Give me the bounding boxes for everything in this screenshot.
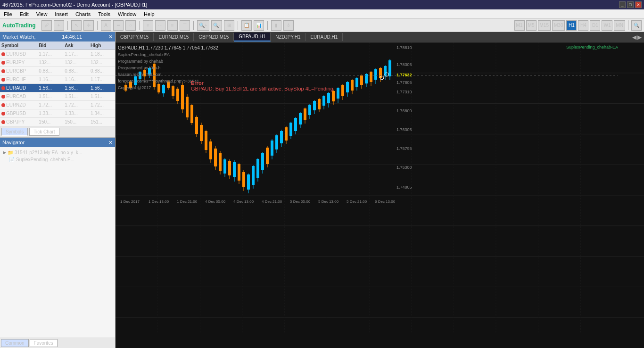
toolbar-gann[interactable]: ⌒ [180, 20, 190, 31]
svg-text:5 Dec 13:00: 5 Dec 13:00 [318, 199, 339, 204]
toolbar-sep-5 [238, 21, 238, 30]
svg-text:1.78305: 1.78305 [396, 62, 412, 67]
market-watch-tabs: Symbols Tick Chart [0, 126, 115, 137]
close-button[interactable]: ✕ [635, 1, 642, 8]
menu-window[interactable]: Window [116, 11, 138, 17]
menu-insert[interactable]: Insert [53, 11, 69, 17]
tf-m5[interactable]: M5 [526, 20, 537, 31]
svg-rect-58 [209, 141, 212, 159]
sym-ask: 1.56... [63, 85, 89, 91]
toolbar-btn-1[interactable]: 🖊 [41, 20, 52, 31]
chart-tab-gbpnzd[interactable]: GBPNZD,M15 [194, 33, 234, 41]
toolbar-circle[interactable]: ○ [125, 20, 136, 31]
tf-mn[interactable]: MN [614, 20, 625, 31]
col-bid: Bid [37, 43, 63, 48]
tf-w1[interactable]: W1 [602, 20, 612, 31]
tf-m15[interactable]: M15 [538, 20, 551, 31]
tf-m30[interactable]: M30 [552, 20, 565, 31]
toolbar-cursor[interactable]: ↖ [71, 20, 82, 31]
svg-rect-100 [308, 105, 311, 115]
chart-tab-gbpjpy[interactable]: GBPJPY,M15 [116, 33, 154, 41]
market-watch-row[interactable]: EURJPY 132... 132... 132... [0, 58, 115, 67]
svg-rect-54 [200, 125, 203, 141]
navigator-close[interactable]: ✕ [108, 140, 113, 146]
toolbar-expand[interactable]: ⋯ [155, 20, 165, 31]
nav-tab-common[interactable]: Common [1, 339, 29, 347]
market-watch-row[interactable]: GBPJPY 150... 150... 151... [0, 118, 115, 126]
toolbar-hline[interactable]: ━ [113, 20, 124, 31]
sym-icon [1, 120, 5, 124]
toolbar-channels[interactable]: ≡ [167, 20, 178, 31]
toolbar-line[interactable]: A [101, 20, 111, 31]
toolbar-sep-3 [139, 21, 140, 30]
sym-bid: 1.72... [37, 102, 63, 108]
menu-charts[interactable]: Charts [74, 11, 92, 17]
tf-d1[interactable]: D1 [590, 20, 600, 31]
minimize-button[interactable]: _ [619, 1, 626, 8]
toolbar-zoom-out[interactable]: 🔍- [211, 20, 222, 31]
svg-rect-62 [219, 153, 222, 171]
nav-item-ea-root[interactable]: ▶ 📁 31541-p2#13-My EA -no x y- k... [2, 149, 113, 156]
nav-item-ea-child-label: SuplexPending_chehab-E... [16, 157, 74, 162]
sym-high: 151... [89, 119, 115, 124]
menu-help[interactable]: Help [142, 11, 156, 17]
menu-tools[interactable]: Tools [97, 11, 112, 17]
toolbar-zoom-in[interactable]: 🔍+ [197, 20, 209, 31]
toolbar-indicator[interactable]: 📊 [254, 20, 264, 31]
chart-tab-euraud[interactable]: EURAUD,H1 [305, 33, 343, 41]
market-watch: Market Watch, 14:46:11 ✕ Symbol Bid Ask … [0, 32, 115, 138]
market-watch-row[interactable]: EURUSD 1.17... 1.17... 1.18... [0, 50, 115, 58]
toolbar-candle[interactable]: 🕯 [283, 20, 294, 31]
sym-name: GBPUSD [6, 111, 26, 116]
sym-name: EURAUD [6, 85, 26, 91]
mw-tab-tick[interactable]: Tick Chart [29, 128, 59, 136]
sym-name: EURUSD [6, 51, 26, 57]
sym-high: 1.18... [89, 51, 115, 57]
toolbar-btn-2[interactable]: + [54, 20, 64, 31]
svg-rect-52 [195, 117, 198, 134]
market-watch-header: Market Watch, 14:46:11 ✕ [0, 32, 115, 41]
chart-tab-gbpaud[interactable]: GBPAUD,H1 [234, 33, 271, 41]
mw-tab-symbols[interactable]: Symbols [1, 128, 28, 136]
market-watch-row[interactable]: EURAUD 1.56... 1.56... 1.56... [0, 84, 115, 92]
ea-file-icon: 📄 [9, 157, 15, 162]
sym-name: EURCHF [6, 77, 26, 82]
menu-edit[interactable]: Edit [18, 11, 30, 17]
market-watch-row[interactable]: EURCHF 1.16... 1.16... 1.17... [0, 75, 115, 84]
menu-file[interactable]: File [2, 11, 14, 17]
market-watch-row[interactable]: GBPUSD 1.33... 1.33... 1.34... [0, 109, 115, 118]
maximize-button[interactable]: □ [627, 1, 634, 8]
chart-tab-nzdjpy[interactable]: NZDJPY,H1 [271, 33, 305, 41]
chart-tab-arrow-right[interactable]: ▶ [637, 34, 642, 41]
toolbar-fib[interactable]: ⌗ [143, 20, 153, 31]
market-watch-close[interactable]: ✕ [108, 34, 113, 40]
nav-item-ea-child[interactable]: 📄 SuplexPending_chehab-E... [2, 156, 113, 163]
market-watch-row[interactable]: EURCAD 1.51... 1.51... 1.51... [0, 92, 115, 101]
svg-text:6 Dec 13:00: 6 Dec 13:00 [375, 199, 396, 204]
toolbar-bar[interactable]: ▮ [271, 20, 281, 31]
svg-rect-66 [228, 161, 231, 175]
svg-rect-108 [327, 93, 330, 103]
chart-tab-arrow-left[interactable]: ◀ [632, 34, 636, 41]
svg-rect-76 [252, 166, 255, 185]
tf-m1[interactable]: M1 [514, 20, 525, 31]
toolbar-search[interactable]: 🔍 [631, 20, 642, 31]
toolbar-crosshair[interactable]: ✛ [83, 20, 94, 31]
nav-tab-favorites[interactable]: Favorites [30, 339, 58, 347]
main-layout: Market Watch, 14:46:11 ✕ Symbol Bid Ask … [0, 32, 644, 348]
toolbar-period[interactable]: ⊞ [224, 20, 234, 31]
svg-rect-112 [337, 88, 339, 99]
autotrading-button[interactable]: AutoTrading [2, 22, 36, 29]
chart-tab-eurnzd[interactable]: EURNZD,M15 [154, 33, 194, 41]
svg-rect-60 [214, 149, 217, 166]
tf-h4[interactable]: H4 [578, 20, 588, 31]
sym-icon [1, 112, 5, 116]
svg-rect-88 [280, 131, 283, 143]
svg-rect-104 [318, 99, 321, 109]
menu-view[interactable]: View [35, 11, 49, 17]
market-watch-row[interactable]: EURGBP 0.88... 0.88... 0.88... [0, 67, 115, 75]
toolbar-templates[interactable]: 📋 [241, 20, 252, 31]
svg-rect-74 [247, 174, 250, 190]
tf-h1[interactable]: H1 [566, 20, 577, 31]
market-watch-row[interactable]: EURNZD 1.72... 1.72... 1.72... [0, 101, 115, 109]
